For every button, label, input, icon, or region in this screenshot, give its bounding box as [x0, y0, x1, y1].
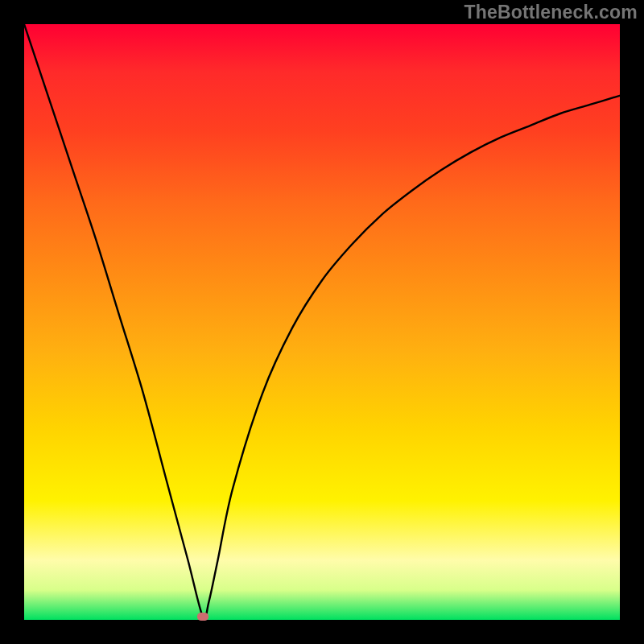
plot-area [24, 24, 620, 620]
bottleneck-curve [24, 24, 620, 619]
watermark-text: TheBottleneck.com [464, 2, 638, 23]
curve-svg [24, 24, 620, 620]
minimum-marker [197, 613, 208, 621]
bottleneck-chart: TheBottleneck.com [0, 0, 644, 644]
